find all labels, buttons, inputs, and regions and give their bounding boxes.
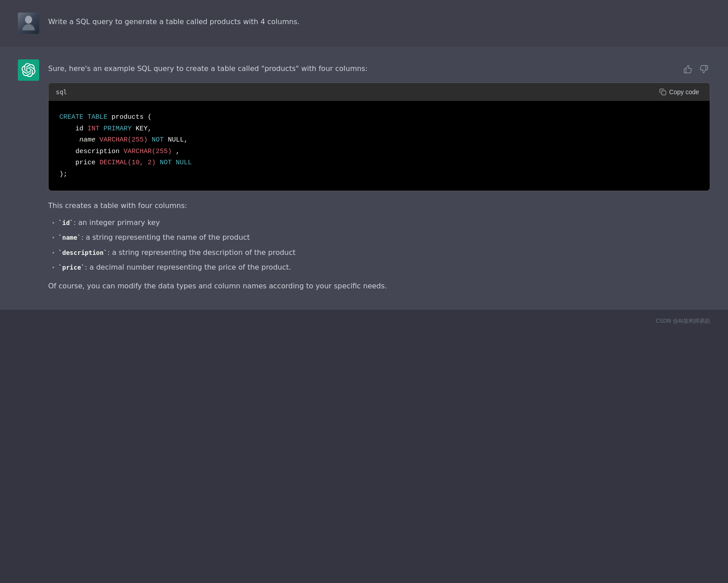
code-token: CREATE xyxy=(59,113,83,121)
svg-rect-1 xyxy=(662,91,666,95)
code-token: VARCHAR(255) xyxy=(124,148,172,155)
thumbs-up-icon[interactable] xyxy=(682,63,694,75)
inline-code-description: `description` xyxy=(58,249,108,256)
explanation-intro: This creates a table with four columns: xyxy=(48,200,710,212)
list-item-name-text: : a string representing the name of the … xyxy=(81,233,250,242)
footer-credit: CSDN @AI架构师易筋 xyxy=(0,310,728,333)
code-line-2: id INT PRIMARY KEY, xyxy=(59,123,699,135)
code-line-6: ); xyxy=(59,169,699,180)
code-token: id xyxy=(59,125,87,133)
bullet-dot: • xyxy=(52,219,55,228)
chat-container: Write a SQL query to generate a table ca… xyxy=(0,0,728,333)
code-block-header: sql Copy code xyxy=(49,83,710,101)
code-token: KEY, xyxy=(136,125,152,133)
code-token: NULL xyxy=(176,159,192,167)
code-line-1: CREATE TABLE products ( xyxy=(59,112,699,123)
list-item-description: • `description`: a string representing t… xyxy=(52,247,710,258)
user-message-text: Write a SQL query to generate a table ca… xyxy=(48,12,710,28)
code-line-4: description VARCHAR(255) , xyxy=(59,146,699,158)
copy-icon xyxy=(659,88,666,96)
code-token: INT xyxy=(87,125,99,133)
list-item-price: • `price`: a decimal number representing… xyxy=(52,262,710,273)
inline-code-name: `name` xyxy=(58,234,81,241)
feedback-icons xyxy=(682,59,710,75)
bullet-dot: • xyxy=(52,264,55,272)
code-language-label: sql xyxy=(56,87,67,97)
assistant-intro-text: Sure, here's an example SQL query to cre… xyxy=(48,59,674,75)
user-avatar-image xyxy=(18,12,39,34)
copy-code-button[interactable]: Copy code xyxy=(656,87,703,97)
assistant-message-wrapper: Sure, here's an example SQL query to cre… xyxy=(48,59,710,297)
code-line-3: name VARCHAR(255) NOT NULL, xyxy=(59,134,699,146)
code-token: name xyxy=(79,136,95,144)
list-item-price-text: : a decimal number representing the pric… xyxy=(85,263,291,271)
code-token: VARCHAR(255) xyxy=(99,136,148,144)
explanation-section: This creates a table with four columns: … xyxy=(48,200,710,292)
assistant-avatar xyxy=(18,59,39,81)
svg-point-0 xyxy=(25,16,32,24)
inline-code-price: `price` xyxy=(58,264,85,271)
thumbs-down-icon[interactable] xyxy=(698,63,710,75)
code-token: NOT xyxy=(152,136,164,144)
code-token: ); xyxy=(59,171,67,178)
list-item-id-text: : an integer primary key xyxy=(74,218,160,227)
assistant-message-header: Sure, here's an example SQL query to cre… xyxy=(48,59,710,75)
code-token: price xyxy=(59,159,99,167)
bullet-dot: • xyxy=(52,249,55,258)
code-line-5: price DECIMAL(10, 2) NOT NULL xyxy=(59,157,699,169)
user-avatar xyxy=(18,12,39,34)
user-message: Write a SQL query to generate a table ca… xyxy=(0,0,728,46)
list-item-description-text: : a string representing the description … xyxy=(108,248,296,257)
code-token: NOT xyxy=(160,159,172,167)
bullet-dot: • xyxy=(52,234,55,242)
code-token: products ( xyxy=(112,113,152,121)
list-item-name: • `name`: a string representing the name… xyxy=(52,232,710,243)
code-token: TABLE xyxy=(87,113,108,121)
code-token: NULL, xyxy=(168,136,188,144)
code-token: , xyxy=(176,148,180,155)
bullet-list: • `id`: an integer primary key • `name`:… xyxy=(48,217,710,273)
code-token: description xyxy=(59,148,124,155)
code-token xyxy=(59,136,75,144)
copy-code-label: Copy code xyxy=(669,88,699,96)
inline-code-id: `id` xyxy=(58,219,74,226)
code-token: DECIMAL(10, 2) xyxy=(99,159,156,167)
code-block: sql Copy code CREATE TABLE pro xyxy=(48,83,710,191)
code-token: PRIMARY xyxy=(103,125,132,133)
assistant-message: Sure, here's an example SQL query to cre… xyxy=(0,47,728,310)
closing-text: Of course, you can modify the data types… xyxy=(48,280,710,292)
list-item-id: • `id`: an integer primary key xyxy=(52,217,710,229)
code-content: CREATE TABLE products ( id INT PRIMARY K… xyxy=(49,101,710,191)
